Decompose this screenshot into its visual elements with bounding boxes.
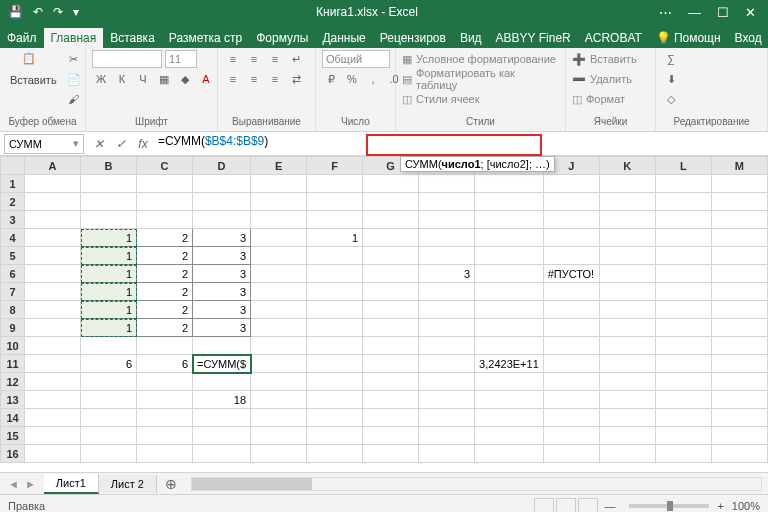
cell-G15[interactable] [363, 427, 419, 445]
cell-F9[interactable] [307, 319, 363, 337]
cell-M11[interactable] [711, 355, 767, 373]
cell-I10[interactable] [475, 337, 544, 355]
percent-icon[interactable]: % [343, 70, 361, 88]
sheet-tab-2[interactable]: Лист 2 [99, 475, 157, 493]
cell-J13[interactable] [543, 391, 599, 409]
cell-L2[interactable] [655, 193, 711, 211]
cell-B15[interactable] [81, 427, 137, 445]
cell-M1[interactable] [711, 175, 767, 193]
cell-E9[interactable] [251, 319, 307, 337]
cell-J2[interactable] [543, 193, 599, 211]
format-table-button[interactable]: ▤Форматировать как таблицу [402, 70, 559, 88]
row-header-7[interactable]: 7 [1, 283, 25, 301]
row-header-3[interactable]: 3 [1, 211, 25, 229]
cell-A1[interactable] [25, 175, 81, 193]
align-top-icon[interactable]: ≡ [224, 50, 242, 68]
cell-G14[interactable] [363, 409, 419, 427]
cell-H9[interactable] [419, 319, 475, 337]
cell-M9[interactable] [711, 319, 767, 337]
cell-L4[interactable] [655, 229, 711, 247]
fill-icon[interactable]: ⬇ [662, 70, 680, 88]
cell-F4[interactable]: 1 [307, 229, 363, 247]
zoom-slider[interactable] [629, 504, 709, 508]
cell-K4[interactable] [599, 229, 655, 247]
cell-F16[interactable] [307, 445, 363, 463]
cell-K6[interactable] [599, 265, 655, 283]
cell-F15[interactable] [307, 427, 363, 445]
cell-B16[interactable] [81, 445, 137, 463]
tab-layout[interactable]: Разметка стр [162, 28, 249, 48]
col-header-K[interactable]: K [599, 157, 655, 175]
cell-J15[interactable] [543, 427, 599, 445]
cell-J3[interactable] [543, 211, 599, 229]
cell-J10[interactable] [543, 337, 599, 355]
cell-C8[interactable]: 2 [137, 301, 193, 319]
cell-D14[interactable] [193, 409, 251, 427]
cell-C13[interactable] [137, 391, 193, 409]
cell-F1[interactable] [307, 175, 363, 193]
formula-input[interactable]: =СУММ($B$4:$B$9) [154, 134, 768, 154]
cell-A14[interactable] [25, 409, 81, 427]
cell-B6[interactable]: 1 [81, 265, 137, 283]
row-header-6[interactable]: 6 [1, 265, 25, 283]
cell-E6[interactable] [251, 265, 307, 283]
cell-G4[interactable] [363, 229, 419, 247]
cell-A11[interactable] [25, 355, 81, 373]
cell-K15[interactable] [599, 427, 655, 445]
cell-L15[interactable] [655, 427, 711, 445]
cell-C6[interactable]: 2 [137, 265, 193, 283]
cell-D15[interactable] [193, 427, 251, 445]
cell-K8[interactable] [599, 301, 655, 319]
cell-I11[interactable]: 3,2423E+11 [475, 355, 544, 373]
cell-J14[interactable] [543, 409, 599, 427]
row-header-10[interactable]: 10 [1, 337, 25, 355]
col-header-L[interactable]: L [655, 157, 711, 175]
cell-G12[interactable] [363, 373, 419, 391]
cell-G16[interactable] [363, 445, 419, 463]
cell-D6[interactable]: 3 [193, 265, 251, 283]
cell-G5[interactable] [363, 247, 419, 265]
cell-D7[interactable]: 3 [193, 283, 251, 301]
row-header-15[interactable]: 15 [1, 427, 25, 445]
comma-icon[interactable]: , [364, 70, 382, 88]
cell-M5[interactable] [711, 247, 767, 265]
bold-button[interactable]: Ж [92, 70, 110, 88]
tab-file[interactable]: Файл [0, 28, 44, 48]
cell-C1[interactable] [137, 175, 193, 193]
cell-K10[interactable] [599, 337, 655, 355]
cell-A12[interactable] [25, 373, 81, 391]
cell-K14[interactable] [599, 409, 655, 427]
cell-F5[interactable] [307, 247, 363, 265]
cell-H15[interactable] [419, 427, 475, 445]
cell-G2[interactable] [363, 193, 419, 211]
cell-H16[interactable] [419, 445, 475, 463]
cell-E4[interactable] [251, 229, 307, 247]
border-icon[interactable]: ▦ [155, 70, 173, 88]
cell-K5[interactable] [599, 247, 655, 265]
cell-G7[interactable] [363, 283, 419, 301]
cell-K9[interactable] [599, 319, 655, 337]
cell-F6[interactable] [307, 265, 363, 283]
cell-C10[interactable] [137, 337, 193, 355]
cell-C3[interactable] [137, 211, 193, 229]
cell-H4[interactable] [419, 229, 475, 247]
cell-I4[interactable] [475, 229, 544, 247]
cell-I7[interactable] [475, 283, 544, 301]
cut-icon[interactable]: ✂ [65, 50, 83, 68]
cell-H3[interactable] [419, 211, 475, 229]
view-layout-icon[interactable] [556, 498, 576, 513]
cell-F3[interactable] [307, 211, 363, 229]
maximize-icon[interactable]: ☐ [717, 5, 729, 20]
qat-save-icon[interactable]: 💾 [8, 5, 23, 19]
cell-J16[interactable] [543, 445, 599, 463]
format-cells-button[interactable]: ◫Формат [572, 90, 625, 108]
cell-D4[interactable]: 3 [193, 229, 251, 247]
row-header-12[interactable]: 12 [1, 373, 25, 391]
cell-D2[interactable] [193, 193, 251, 211]
cell-A3[interactable] [25, 211, 81, 229]
cell-M14[interactable] [711, 409, 767, 427]
italic-button[interactable]: К [113, 70, 131, 88]
fill-color-icon[interactable]: ◆ [176, 70, 194, 88]
cell-M6[interactable] [711, 265, 767, 283]
cell-F14[interactable] [307, 409, 363, 427]
